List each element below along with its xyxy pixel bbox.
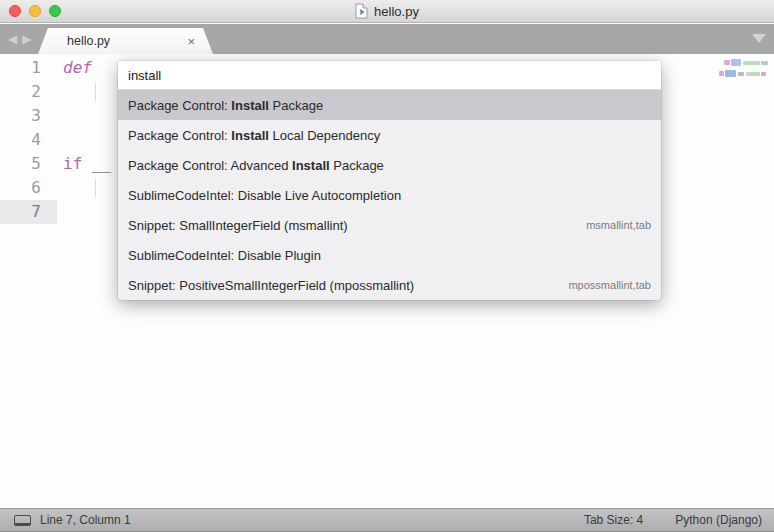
line-number: 5 xyxy=(0,152,57,176)
minimap-code-block xyxy=(731,59,741,66)
minimap-code-block xyxy=(738,72,744,76)
line-number: 4 xyxy=(0,128,57,152)
palette-item-label: Package Control: Install Package xyxy=(128,98,323,113)
palette-item-selected[interactable]: Package Control: Install Package xyxy=(118,90,661,120)
palette-item-label: Package Control: Install Local Dependenc… xyxy=(128,128,380,143)
palette-item-label: SublimeCodeIntel: Disable Plugin xyxy=(128,248,321,263)
minimap-code-block xyxy=(725,70,736,77)
status-right: Tab Size: 4 Python (Django) xyxy=(584,513,774,527)
line-number: 1 xyxy=(0,56,57,80)
line-number: 2 xyxy=(0,80,57,104)
tab-nav-arrows: ◀ ▶ xyxy=(8,31,31,47)
command-palette-results: Package Control: Install PackagePackage … xyxy=(118,90,661,300)
palette-item[interactable]: Snippet: SmallIntegerField (msmallint)ms… xyxy=(118,210,661,240)
nav-back-icon[interactable]: ◀ xyxy=(8,31,17,47)
nav-forward-icon[interactable]: ▶ xyxy=(22,31,31,47)
syntax-label[interactable]: Python (Django) xyxy=(675,513,762,527)
palette-item-label: SublimeCodeIntel: Disable Live Autocompl… xyxy=(128,188,401,203)
minimap-code-block xyxy=(719,71,724,76)
close-window-button[interactable] xyxy=(9,5,21,17)
code-token: def xyxy=(63,58,92,77)
tab-close-icon[interactable]: × xyxy=(187,35,195,48)
zoom-window-button[interactable] xyxy=(49,5,61,17)
minimap-code-block xyxy=(724,60,730,65)
palette-item[interactable]: Package Control: Advanced Install Packag… xyxy=(118,150,661,180)
document-icon xyxy=(355,3,368,19)
app-window: hello.py ◀ ▶ hello.py × 1234567 defif __… xyxy=(0,0,774,532)
palette-item-label: Snippet: SmallIntegerField (msmallint) xyxy=(128,218,348,233)
title-bar[interactable]: hello.py xyxy=(0,0,774,23)
palette-item[interactable]: SublimeCodeIntel: Disable Live Autocompl… xyxy=(118,180,661,210)
cursor-position-label: Line 7, Column 1 xyxy=(40,513,131,527)
line-number: 6 xyxy=(0,176,57,200)
traffic-lights xyxy=(9,5,61,17)
minimap-code-block xyxy=(761,61,768,65)
palette-item-label: Package Control: Advanced Install Packag… xyxy=(128,158,384,173)
command-palette-input[interactable]: install xyxy=(118,61,661,90)
minimize-window-button[interactable] xyxy=(29,5,41,17)
palette-item[interactable]: SublimeCodeIntel: Disable Plugin xyxy=(118,240,661,270)
code-token: if xyxy=(63,154,82,173)
indent-guide xyxy=(95,83,96,101)
palette-item-shortcut-hint: mpossmallint,tab xyxy=(568,279,651,291)
status-left: Line 7, Column 1 xyxy=(0,513,131,527)
palette-item-shortcut-hint: msmallint,tab xyxy=(586,219,651,231)
window-title: hello.py xyxy=(374,4,419,19)
minimap-code-block xyxy=(743,61,760,65)
tab-bar: ◀ ▶ hello.py × xyxy=(0,24,774,54)
chevron-down-icon[interactable] xyxy=(752,34,766,43)
tab-size-label[interactable]: Tab Size: 4 xyxy=(584,513,643,527)
palette-item-label: Snippet: PositiveSmallIntegerField (mpos… xyxy=(128,278,414,293)
line-number-gutter: 1234567 xyxy=(0,54,57,508)
status-bar: Line 7, Column 1 Tab Size: 4 Python (Dja… xyxy=(0,508,774,532)
indent-guide xyxy=(95,179,96,197)
minimap-code-block xyxy=(761,72,766,76)
palette-item[interactable]: Package Control: Install Local Dependenc… xyxy=(118,120,661,150)
minimap-code-block xyxy=(746,72,760,76)
line-number: 3 xyxy=(0,104,57,128)
palette-item[interactable]: Snippet: PositiveSmallIntegerField (mpos… xyxy=(118,270,661,300)
tab-label: hello.py xyxy=(67,34,110,48)
tab-hello-py[interactable]: hello.py × xyxy=(38,28,213,54)
minimap[interactable] xyxy=(710,54,774,144)
line-number: 7 xyxy=(0,200,57,224)
window-title-group: hello.py xyxy=(355,3,419,19)
command-palette-query: install xyxy=(128,68,161,83)
command-palette: install Package Control: Install Package… xyxy=(118,61,661,300)
code-token: __ xyxy=(82,154,111,173)
panel-toggle-icon[interactable] xyxy=(14,515,31,526)
